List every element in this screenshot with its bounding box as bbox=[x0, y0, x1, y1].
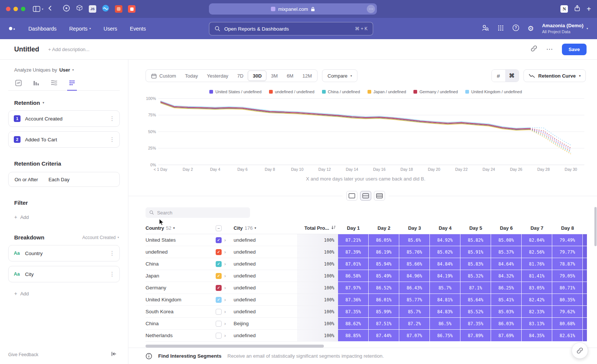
share-link-fab[interactable] bbox=[572, 342, 588, 359]
expand-chevron-icon[interactable]: › bbox=[224, 297, 226, 302]
segments-footer-title[interactable]: Find Interesting Segments bbox=[158, 353, 222, 359]
column-header-total[interactable]: Total Pro... bbox=[297, 222, 338, 234]
date-range-6m[interactable]: 6M bbox=[282, 70, 298, 81]
legend-item[interactable]: Japan / undefined bbox=[368, 90, 406, 94]
close-window-button[interactable] bbox=[6, 7, 10, 11]
column-header-day[interactable]: Day 4 bbox=[430, 222, 460, 234]
date-range-3m[interactable]: 3M bbox=[266, 70, 282, 81]
breakdown-property-name[interactable]: Country bbox=[25, 251, 43, 256]
notion-extension-icon[interactable]: N bbox=[560, 5, 568, 13]
breakdown-options-button[interactable]: ⋮ bbox=[109, 271, 115, 277]
share-button[interactable] bbox=[574, 5, 581, 13]
horizontal-scrollbar[interactable] bbox=[146, 345, 586, 348]
chart-type-selector[interactable]: Retention Curve ▾ bbox=[523, 69, 586, 82]
column-header-city[interactable]: City176▾ bbox=[234, 222, 297, 234]
maximize-window-button[interactable] bbox=[21, 7, 25, 11]
step-event-name[interactable]: Added To Cart bbox=[25, 137, 57, 142]
row-checkbox[interactable] bbox=[216, 321, 222, 327]
tab-funnels[interactable] bbox=[32, 79, 40, 86]
report-title[interactable]: Untitled bbox=[14, 46, 39, 53]
view-table-only-button[interactable] bbox=[374, 191, 385, 201]
tab-retention[interactable] bbox=[68, 79, 76, 86]
column-header-day[interactable]: Day 5 bbox=[460, 222, 491, 234]
keyboard-shortcuts-button[interactable]: ⌘ bbox=[505, 70, 519, 82]
table-row[interactable]: Netherlands›undefined100%88.85%87.44%87.… bbox=[146, 330, 597, 342]
date-range-today[interactable]: Today bbox=[181, 70, 203, 81]
step-options-button[interactable]: ⋮ bbox=[109, 115, 115, 122]
criteria-interval[interactable]: Each Day bbox=[49, 177, 69, 182]
copy-link-button[interactable] bbox=[531, 45, 537, 53]
expand-chevron-icon[interactable]: › bbox=[224, 273, 226, 279]
save-button[interactable]: Save bbox=[562, 44, 587, 55]
add-description-button[interactable]: + Add description... bbox=[48, 47, 90, 52]
video-extension-icon[interactable] bbox=[128, 5, 135, 13]
analyze-entity-value[interactable]: User bbox=[59, 67, 70, 73]
help-button[interactable]: ? bbox=[512, 24, 519, 33]
expand-chevron-icon[interactable]: › bbox=[224, 309, 226, 314]
retention-criteria-card[interactable]: On or After Each Day bbox=[8, 172, 120, 187]
step-event-name[interactable]: Account Created bbox=[25, 116, 63, 122]
scrollbar-thumb[interactable] bbox=[146, 345, 324, 348]
collapse-sidebar-button[interactable] bbox=[111, 351, 117, 358]
select-all-checkbox[interactable]: – bbox=[216, 225, 222, 231]
date-range-7d[interactable]: 7D bbox=[233, 70, 248, 81]
vertical-scrollbar[interactable] bbox=[594, 207, 597, 246]
add-filter-button[interactable]: + Add bbox=[14, 214, 120, 220]
js-extension-icon[interactable]: JS bbox=[89, 5, 96, 13]
row-checkbox[interactable]: ✓ bbox=[216, 249, 222, 255]
expand-chevron-icon[interactable]: › bbox=[224, 261, 226, 267]
breakdown-city[interactable]: Aa City ⋮ bbox=[8, 266, 120, 282]
column-header-day[interactable]: Day 3 bbox=[399, 222, 430, 234]
retention-step-1[interactable]: 1 Account Created ⋮ bbox=[8, 110, 120, 127]
wave-extension-icon[interactable] bbox=[102, 4, 109, 13]
browser-sidebar-toggle[interactable]: ▾ bbox=[33, 6, 43, 12]
target-extension-icon[interactable] bbox=[63, 4, 70, 13]
table-row[interactable]: undefined✓›undefined100%87.39%86.19%85.7… bbox=[146, 246, 597, 258]
expand-chevron-icon[interactable]: › bbox=[224, 285, 226, 291]
column-header-day[interactable]: Day 8 bbox=[552, 222, 583, 234]
breakdown-property-name[interactable]: City bbox=[25, 272, 34, 277]
table-search-input[interactable] bbox=[157, 210, 246, 216]
minimize-window-button[interactable] bbox=[13, 7, 18, 11]
project-switcher[interactable]: Amazonia {Demo} All Project Data ▾ bbox=[542, 23, 588, 34]
app-extension-icon[interactable] bbox=[115, 5, 122, 13]
row-checkbox[interactable]: ✓ bbox=[216, 237, 222, 243]
retention-section-header[interactable]: Retention ▾ bbox=[14, 100, 120, 106]
column-header-day[interactable]: Day 6 bbox=[491, 222, 522, 234]
table-row[interactable]: United States✓›undefined100%87.21%86.05%… bbox=[146, 234, 597, 246]
breakdown-context-selector[interactable]: Account Created ▾ bbox=[82, 235, 119, 240]
view-split-button[interactable] bbox=[360, 191, 371, 201]
global-search-button[interactable]: Open Reports & Dashboards ⌘ + K bbox=[209, 22, 373, 35]
legend-item[interactable]: undefined / undefined bbox=[269, 90, 315, 94]
expand-chevron-icon[interactable]: › bbox=[224, 249, 226, 255]
date-range-12m[interactable]: 12M bbox=[298, 70, 316, 81]
extensions-menu-button[interactable]: ⋯ bbox=[367, 5, 375, 13]
nav-item-events[interactable]: Events bbox=[130, 26, 146, 32]
nav-item-reports[interactable]: Reports▾ bbox=[69, 26, 91, 32]
column-header-day[interactable]: Day 7 bbox=[522, 222, 552, 234]
column-header-day[interactable]: Day 1 bbox=[338, 222, 369, 234]
more-options-button[interactable]: ⋯ bbox=[546, 45, 553, 53]
table-row[interactable]: Japan✓›undefined100%86.58%85.49%84.96%84… bbox=[146, 270, 597, 282]
legend-item[interactable]: China / undefined bbox=[322, 90, 360, 94]
date-range-yesterday[interactable]: Yesterday bbox=[203, 70, 233, 81]
expand-chevron-icon[interactable]: › bbox=[224, 237, 226, 243]
row-checkbox[interactable]: ✓ bbox=[216, 285, 222, 291]
column-header-country[interactable]: Country52▾ bbox=[146, 222, 215, 234]
row-checkbox[interactable]: ✓ bbox=[216, 297, 222, 303]
table-search[interactable] bbox=[146, 207, 250, 218]
cube-extension-icon[interactable] bbox=[76, 4, 83, 13]
compare-button[interactable]: Compare ▾ bbox=[322, 69, 357, 82]
breakdown-options-button[interactable]: ⋮ bbox=[109, 250, 115, 257]
table-row[interactable]: South Korea›undefined100%87.35%85.99%85.… bbox=[146, 306, 597, 318]
give-feedback-link[interactable]: Give Feedback bbox=[8, 352, 38, 357]
legend-item[interactable]: United Kingdom / undefined bbox=[465, 90, 522, 94]
address-bar[interactable]: mixpanel.com ⋯ bbox=[209, 3, 377, 15]
analyze-uniques-control[interactable]: Analyze Uniques by User ▾ bbox=[14, 67, 120, 73]
table-row[interactable]: Germany✓›undefined100%87.97%86.52%86.43%… bbox=[146, 282, 597, 294]
nav-item-dashboards[interactable]: Dashboards bbox=[28, 26, 57, 32]
mixpanel-logo[interactable] bbox=[9, 27, 15, 30]
back-button[interactable] bbox=[48, 5, 52, 13]
date-range-30d[interactable]: 30D bbox=[248, 70, 266, 81]
apps-grid-button[interactable] bbox=[497, 25, 504, 33]
